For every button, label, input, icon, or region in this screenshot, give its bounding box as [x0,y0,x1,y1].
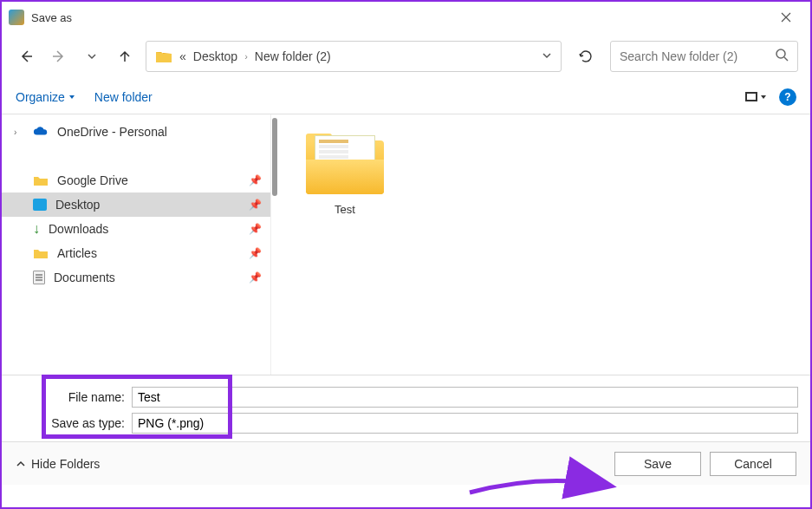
sidebar: › OneDrive - Personal Google Drive 📌 Des… [2,114,270,375]
close-button[interactable] [769,4,803,30]
refresh-icon [578,49,594,64]
folder-large-icon [306,132,384,194]
tree-item-downloads[interactable]: ↓ Downloads 📌 [2,217,270,241]
help-button[interactable]: ? [779,88,796,106]
breadcrumb-part-2[interactable]: New folder (2) [255,49,331,63]
filename-label: File name: [2,390,132,404]
search-box[interactable] [610,41,798,72]
tree-item-desktop[interactable]: Desktop 📌 [2,193,270,217]
folder-icon [33,247,49,259]
svg-point-0 [776,49,785,58]
footer: Hide Folders Save Cancel [2,441,810,485]
chevron-down-icon [87,51,97,62]
organize-menu[interactable]: Organize [16,90,75,104]
file-content[interactable]: Test [270,114,810,375]
onedrive-icon [33,126,49,138]
breadcrumb-dropdown[interactable] [542,49,552,63]
file-item[interactable]: Test [297,132,393,216]
toolbar: Organize New folder ? [2,80,810,114]
breadcrumb-prefix: « [179,49,186,63]
hide-folders-button[interactable]: Hide Folders [16,457,100,471]
filename-input[interactable] [132,387,798,408]
tree-label: Desktop [55,198,100,212]
save-fields: File name: Save as type: [2,375,810,441]
filetype-label: Save as type: [2,416,132,430]
pin-icon: 📌 [249,174,262,186]
filetype-select[interactable] [132,413,798,434]
file-name: Test [297,203,393,216]
folder-icon [155,49,172,64]
pin-icon: 📌 [249,247,262,259]
tree-item-google-drive[interactable]: Google Drive 📌 [2,168,270,193]
tree-item-onedrive[interactable]: › OneDrive - Personal [2,120,270,144]
pin-icon: 📌 [249,223,262,235]
tree-item-documents[interactable]: Documents 📌 [2,265,270,290]
pin-icon: 📌 [249,271,262,284]
tree-label: OneDrive - Personal [57,125,167,139]
arrow-right-icon [52,49,66,63]
view-menu[interactable] [745,92,767,101]
chevron-down-icon [542,50,552,61]
arrow-up-icon [118,49,132,63]
body: › OneDrive - Personal Google Drive 📌 Des… [2,114,810,375]
help-icon: ? [784,91,790,103]
pin-icon: 📌 [249,199,262,211]
caret-down-icon [760,94,767,101]
window-title: Save as [31,11,769,24]
search-icon [775,48,789,65]
nav-row: « Desktop › New folder (2) [2,33,810,80]
caret-down-icon [68,94,75,101]
recent-button[interactable] [80,44,104,69]
arrow-left-icon [19,49,33,63]
save-button[interactable]: Save [614,452,701,476]
tree-label: Documents [54,271,115,284]
forward-button[interactable] [47,44,71,69]
tree-label: Downloads [49,222,108,236]
refresh-button[interactable] [570,41,601,72]
titlebar: Save as [2,2,810,33]
up-button[interactable] [113,44,137,69]
tree-item-articles[interactable]: Articles 📌 [2,241,270,265]
folder-icon [33,174,49,186]
download-icon: ↓ [33,221,40,237]
organize-label: Organize [16,90,65,104]
close-icon [781,12,791,23]
chevron-right-icon: › [244,51,248,62]
breadcrumb[interactable]: « Desktop › New folder (2) [146,41,562,72]
app-icon [9,10,24,25]
cancel-button[interactable]: Cancel [710,452,796,476]
new-folder-button[interactable]: New folder [94,90,153,104]
document-icon [33,271,45,284]
chevron-up-icon [16,459,26,469]
view-icon [745,92,757,101]
tree-label: Articles [57,246,97,260]
tree-label: Google Drive [57,173,128,187]
search-input[interactable] [620,49,775,63]
back-button[interactable] [14,44,38,69]
breadcrumb-part-1[interactable]: Desktop [193,49,237,63]
desktop-icon [33,199,47,211]
hide-folders-label: Hide Folders [31,457,100,471]
chevron-right-icon: › [14,127,24,137]
